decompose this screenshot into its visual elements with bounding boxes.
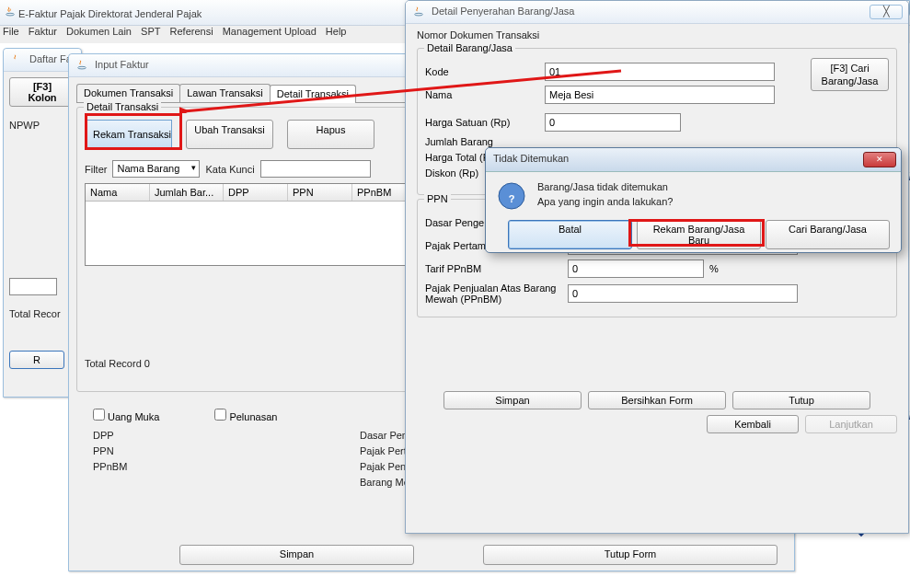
menu-management[interactable]: Management Upload	[223, 26, 317, 37]
cari-barang-button[interactable]: Cari Barang/Jasa	[766, 220, 890, 249]
java-icon	[412, 6, 425, 18]
dasar-label: Dasar Pen	[360, 430, 409, 441]
col-dpp[interactable]: DPP	[224, 184, 288, 201]
java-icon	[10, 53, 23, 66]
svg-point-7	[78, 66, 86, 69]
kode-input[interactable]	[545, 63, 775, 81]
menu-help[interactable]: Help	[326, 26, 347, 37]
jumlah-barang-label: Jumlah Barang	[425, 136, 545, 147]
harga-satuan-label: Harga Satuan (Rp)	[425, 117, 545, 128]
total-record-label: Total Recor	[9, 308, 75, 319]
dpp-label: DPP	[93, 430, 360, 441]
nomor-label: Nomor Dokumen Transaksi	[417, 29, 897, 40]
simpan-button[interactable]: Simpan	[179, 545, 414, 565]
java-icon	[75, 59, 88, 72]
java-icon	[4, 6, 17, 18]
detail-simpan-button[interactable]: Simpan	[443, 391, 582, 409]
col-ppn[interactable]: PPN	[288, 184, 352, 201]
col-nama[interactable]: Nama	[86, 184, 150, 201]
detail-close-button[interactable]: ╳	[870, 5, 903, 19]
bersihkan-button[interactable]: Bersihkan Form	[588, 391, 726, 409]
nama-label: Nama	[425, 89, 545, 100]
kata-kunci-label: Kata Kunci	[205, 164, 254, 175]
hapus-button[interactable]: Hapus	[287, 120, 374, 149]
highlight-rekam	[85, 113, 182, 150]
nama-input[interactable]	[545, 86, 775, 104]
penj-label: Pajak Penj	[360, 461, 409, 472]
input-title: Input Faktur	[95, 59, 149, 70]
app-title: E-Faktur Pajak Direktorat Jenderal Pajak	[18, 8, 202, 19]
pert-label: Pajak Pert	[360, 445, 409, 456]
dialog-close-button[interactable]: ✕	[863, 152, 896, 167]
col-jumlah[interactable]: Jumlah Bar...	[150, 184, 224, 201]
ppn-legend: PPN	[424, 193, 451, 204]
daftar-title: Daftar Fa	[29, 53, 72, 64]
question-icon: ?	[497, 181, 526, 211]
dialog-line2: Apa yang ingin anda lakukan?	[537, 196, 673, 207]
detail-title: Detail Penyerahan Barang/Jasa	[432, 6, 574, 17]
f3-cari-button[interactable]: [F3] Cari Barang/Jasa	[811, 58, 889, 91]
kata-kunci-input[interactable]	[260, 160, 371, 178]
dialog-title: Tidak Ditemukan	[493, 153, 569, 164]
highlight-rekam-dialog	[628, 219, 765, 247]
ppnbm-label: PPnBM	[93, 461, 360, 472]
daftar-textbox[interactable]	[9, 278, 57, 295]
bm-label: Barang Me	[360, 477, 409, 488]
percent-label: %	[709, 263, 719, 274]
ppnbm-input[interactable]	[568, 284, 798, 303]
batal-button[interactable]: Batal	[508, 220, 632, 249]
filter-label: Filter	[85, 164, 107, 175]
tidak-ditemukan-dialog: Tidak Ditemukan ✕ ? Barang/Jasa tidak di…	[485, 147, 902, 253]
ubah-transaksi-button[interactable]: Ubah Transaksi	[186, 120, 273, 149]
detail-transaksi-legend: Detail Transaksi	[84, 101, 161, 112]
ppn-label: PPN	[93, 445, 360, 456]
menu-referensi[interactable]: Referensi	[170, 26, 213, 37]
tab-lawan[interactable]: Lawan Transaksi	[179, 84, 271, 102]
tutup-form-button[interactable]: Tutup Form	[483, 545, 778, 565]
f3-kolom-button[interactable]: [F3] Kolon	[9, 77, 75, 107]
pelunasan-check[interactable]: Pelunasan	[214, 409, 277, 422]
kode-label: Kode	[425, 66, 545, 77]
tab-detail[interactable]: Detail Transaksi	[270, 85, 356, 103]
svg-point-10	[415, 13, 423, 16]
menu-file[interactable]: File	[3, 26, 19, 37]
menu-dokumen[interactable]: Dokumen Lain	[66, 26, 132, 37]
tab-dokumen[interactable]: Dokumen Transaksi	[76, 84, 180, 102]
col-ppnbm[interactable]: PPnBM	[352, 184, 408, 201]
tarif-label: Tarif PPnBM	[425, 263, 568, 274]
lanjutkan-button: Lanjutkan	[805, 415, 897, 433]
menu-faktur[interactable]: Faktur	[29, 26, 57, 37]
uang-muka-check[interactable]: Uang Muka	[93, 409, 159, 422]
bj-legend: Detail Barang/Jasa	[424, 42, 515, 53]
ppnbm-label2: Pajak Penjualan Atas Barang Mewah (PPnBM…	[425, 282, 568, 305]
harga-satuan-input[interactable]	[545, 113, 681, 132]
filter-combo[interactable]: Nama Barang	[112, 160, 200, 178]
svg-text:?: ?	[509, 193, 515, 204]
menu-spt[interactable]: SPT	[141, 26, 160, 37]
tarif-input[interactable]	[568, 259, 704, 278]
detail-penyerahan-window: Detail Penyerahan Barang/Jasa ╳ Nomor Do…	[405, 0, 909, 534]
svg-point-6	[6, 13, 15, 16]
detail-tutup-button[interactable]: Tutup	[732, 391, 870, 409]
kembali-button[interactable]: Kembali	[707, 415, 799, 433]
dialog-line1: Barang/Jasa tidak ditemukan	[537, 181, 673, 192]
npwp-label: NPWP	[9, 120, 75, 131]
r-button[interactable]: R	[9, 351, 64, 369]
